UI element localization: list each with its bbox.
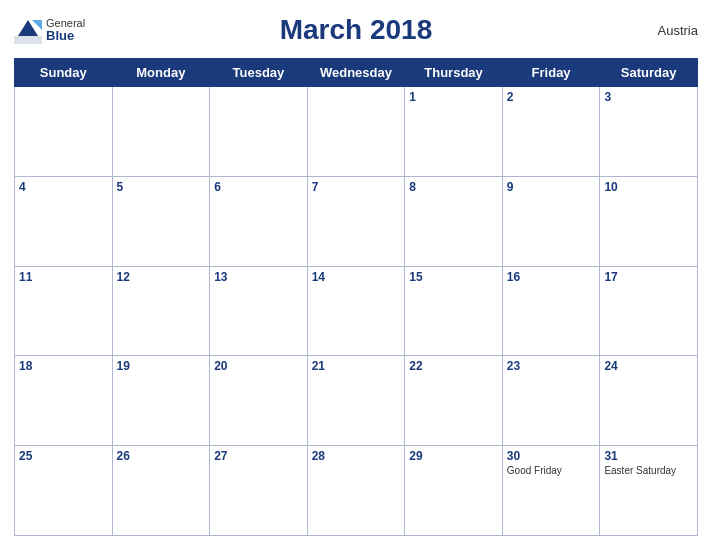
day-number: 5 — [117, 180, 206, 194]
day-event: Easter Saturday — [604, 465, 693, 476]
day-cell: 8 — [405, 176, 503, 266]
col-sunday: Sunday — [15, 59, 113, 87]
col-saturday: Saturday — [600, 59, 698, 87]
week-row-5: 252627282930Good Friday31Easter Saturday — [15, 446, 698, 536]
day-cell: 20 — [210, 356, 308, 446]
day-cell: 11 — [15, 266, 113, 356]
col-friday: Friday — [502, 59, 600, 87]
day-number: 18 — [19, 359, 108, 373]
day-number: 19 — [117, 359, 206, 373]
day-cell: 22 — [405, 356, 503, 446]
week-row-1: 123 — [15, 87, 698, 177]
day-cell: 29 — [405, 446, 503, 536]
country-label: Austria — [658, 23, 698, 38]
svg-rect-3 — [14, 36, 42, 44]
day-cell: 19 — [112, 356, 210, 446]
logo-icon — [14, 16, 42, 44]
day-event: Good Friday — [507, 465, 596, 476]
day-number: 10 — [604, 180, 693, 194]
day-number: 1 — [409, 90, 498, 104]
day-number: 4 — [19, 180, 108, 194]
calendar-table: Sunday Monday Tuesday Wednesday Thursday… — [14, 58, 698, 536]
day-number: 25 — [19, 449, 108, 463]
day-cell: 6 — [210, 176, 308, 266]
col-monday: Monday — [112, 59, 210, 87]
day-number: 14 — [312, 270, 401, 284]
day-number: 13 — [214, 270, 303, 284]
day-number: 21 — [312, 359, 401, 373]
day-number: 28 — [312, 449, 401, 463]
days-header-row: Sunday Monday Tuesday Wednesday Thursday… — [15, 59, 698, 87]
day-number: 24 — [604, 359, 693, 373]
day-number: 16 — [507, 270, 596, 284]
day-number: 22 — [409, 359, 498, 373]
day-number: 31 — [604, 449, 693, 463]
day-cell: 16 — [502, 266, 600, 356]
day-number: 26 — [117, 449, 206, 463]
day-cell: 23 — [502, 356, 600, 446]
col-wednesday: Wednesday — [307, 59, 405, 87]
day-cell — [210, 87, 308, 177]
day-number: 17 — [604, 270, 693, 284]
day-number: 3 — [604, 90, 693, 104]
logo-blue-text: Blue — [46, 29, 85, 43]
day-cell: 2 — [502, 87, 600, 177]
day-cell: 3 — [600, 87, 698, 177]
day-cell: 15 — [405, 266, 503, 356]
logo-text: General Blue — [46, 17, 85, 43]
day-number: 23 — [507, 359, 596, 373]
day-cell: 10 — [600, 176, 698, 266]
day-cell: 14 — [307, 266, 405, 356]
day-number: 9 — [507, 180, 596, 194]
week-row-2: 45678910 — [15, 176, 698, 266]
day-number: 6 — [214, 180, 303, 194]
day-cell: 13 — [210, 266, 308, 356]
day-number: 8 — [409, 180, 498, 194]
day-number: 30 — [507, 449, 596, 463]
day-number: 29 — [409, 449, 498, 463]
day-cell: 4 — [15, 176, 113, 266]
day-cell: 1 — [405, 87, 503, 177]
day-cell: 5 — [112, 176, 210, 266]
calendar-title: March 2018 — [280, 14, 433, 46]
day-number: 12 — [117, 270, 206, 284]
week-row-3: 11121314151617 — [15, 266, 698, 356]
day-number: 11 — [19, 270, 108, 284]
day-cell: 7 — [307, 176, 405, 266]
col-thursday: Thursday — [405, 59, 503, 87]
col-tuesday: Tuesday — [210, 59, 308, 87]
day-cell: 17 — [600, 266, 698, 356]
logo: General Blue — [14, 16, 85, 44]
day-cell: 28 — [307, 446, 405, 536]
calendar-header: General Blue March 2018 Austria — [14, 10, 698, 50]
day-number: 2 — [507, 90, 596, 104]
day-number: 7 — [312, 180, 401, 194]
day-cell: 24 — [600, 356, 698, 446]
day-number: 15 — [409, 270, 498, 284]
day-number: 20 — [214, 359, 303, 373]
week-row-4: 18192021222324 — [15, 356, 698, 446]
calendar-wrapper: General Blue March 2018 Austria Sunday M… — [0, 0, 712, 550]
day-cell: 21 — [307, 356, 405, 446]
day-cell: 25 — [15, 446, 113, 536]
day-cell — [112, 87, 210, 177]
day-number: 27 — [214, 449, 303, 463]
day-cell: 31Easter Saturday — [600, 446, 698, 536]
day-cell — [15, 87, 113, 177]
day-cell: 12 — [112, 266, 210, 356]
day-cell — [307, 87, 405, 177]
day-cell: 26 — [112, 446, 210, 536]
day-cell: 30Good Friday — [502, 446, 600, 536]
day-cell: 9 — [502, 176, 600, 266]
day-cell: 27 — [210, 446, 308, 536]
day-cell: 18 — [15, 356, 113, 446]
